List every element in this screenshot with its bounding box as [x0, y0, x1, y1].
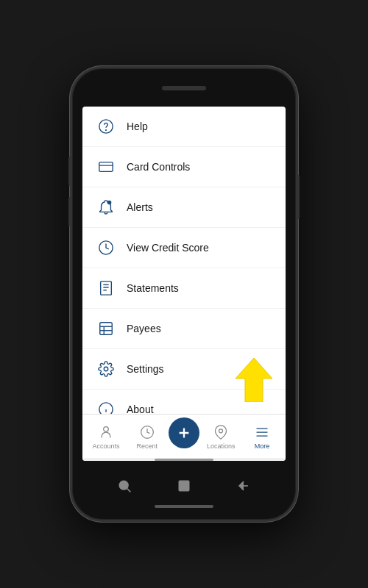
home-hw-button[interactable] [174, 476, 194, 496]
search-hw-button[interactable] [114, 476, 135, 496]
phone-speaker [162, 86, 206, 90]
nav-item-locations[interactable]: Locations [200, 423, 241, 450]
nav-item-more[interactable]: More [241, 423, 283, 450]
menu-label-settings: Settings [127, 363, 164, 375]
nav-item-add[interactable] [168, 417, 201, 456]
menu-label-about: About [127, 404, 154, 414]
svg-point-14 [104, 367, 108, 371]
svg-rect-38 [179, 481, 188, 490]
more-nav-icon [253, 423, 271, 441]
settings-icon [96, 359, 116, 379]
svg-rect-2 [99, 162, 113, 172]
recent-nav-icon [138, 423, 156, 441]
nav-label-recent: Recent [136, 442, 158, 450]
nav-label-accounts: Accounts [92, 442, 119, 450]
nav-label-more: More [255, 442, 270, 450]
menu-item-statements[interactable]: Statements [82, 268, 286, 309]
svg-point-1 [106, 130, 107, 131]
svg-point-36 [119, 481, 128, 490]
menu-label-view-credit-score: View Credit Score [127, 242, 209, 254]
alerts-icon [96, 197, 116, 218]
nav-item-recent[interactable]: Recent [127, 423, 168, 450]
svg-rect-6 [101, 282, 112, 295]
card-controls-icon [96, 157, 116, 177]
menu-label-card-controls: Card Controls [127, 161, 190, 173]
phone-bottom-indicator [155, 505, 213, 508]
svg-point-0 [99, 120, 113, 133]
menu-list: Help Card Controls Alerts [82, 107, 286, 414]
home-bar [155, 459, 213, 461]
menu-label-payees: Payees [127, 323, 161, 334]
phone-screen: Help Card Controls Alerts [82, 107, 286, 461]
statements-icon [96, 278, 116, 298]
about-icon [96, 399, 116, 414]
menu-item-settings[interactable]: Settings [82, 349, 286, 390]
accounts-nav-icon [97, 423, 115, 441]
menu-item-help[interactable]: Help [82, 107, 286, 147]
menu-item-view-credit-score[interactable]: View Credit Score [82, 228, 286, 268]
menu-item-alerts[interactable]: Alerts [82, 187, 286, 228]
add-button[interactable] [169, 417, 199, 448]
hardware-buttons [72, 476, 296, 496]
power-button [297, 175, 300, 219]
menu-label-statements: Statements [127, 282, 179, 294]
home-indicator [82, 458, 286, 461]
menu-item-payees[interactable]: Payees [82, 309, 286, 349]
volume-down-button [68, 197, 71, 226]
menu-label-alerts: Alerts [127, 201, 153, 213]
bottom-nav: Accounts Recent Locations [82, 414, 286, 458]
phone-frame: Help Card Controls Alerts [70, 66, 298, 522]
menu-label-help: Help [127, 121, 148, 132]
volume-up-button [68, 157, 71, 186]
nav-label-locations: Locations [207, 442, 236, 450]
svg-rect-10 [100, 323, 113, 335]
locations-nav-icon [212, 423, 230, 441]
back-hw-button[interactable] [233, 476, 254, 496]
menu-item-card-controls[interactable]: Card Controls [82, 147, 286, 187]
svg-line-37 [127, 489, 130, 492]
credit-score-icon [96, 237, 116, 258]
svg-point-28 [104, 426, 109, 431]
menu-item-about[interactable]: About [82, 390, 286, 414]
payees-icon [96, 318, 116, 339]
svg-point-15 [99, 403, 113, 414]
svg-point-32 [219, 429, 223, 432]
nav-item-accounts[interactable]: Accounts [85, 423, 127, 450]
help-icon [96, 116, 116, 137]
svg-point-4 [107, 201, 112, 205]
